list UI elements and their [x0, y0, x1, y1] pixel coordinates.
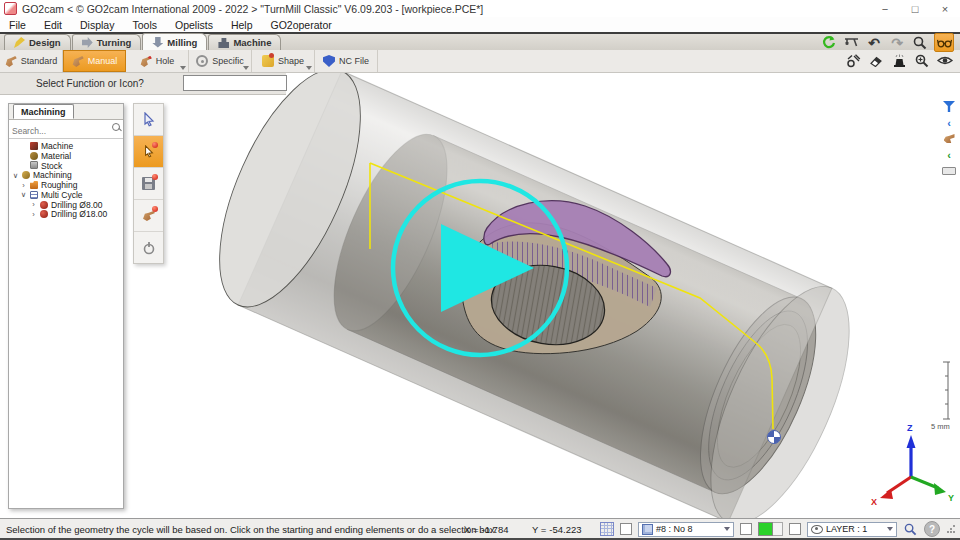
menu-go2operator[interactable]: GO2operator: [262, 19, 341, 31]
color-picker[interactable]: [758, 522, 783, 536]
chevron-down-icon[interactable]: [243, 66, 249, 70]
specific-icon: [196, 55, 208, 67]
multi-cycle-node-icon: [30, 191, 38, 199]
chevron-down-icon[interactable]: [180, 66, 186, 70]
zoom-plus-icon[interactable]: [913, 52, 931, 69]
visibility-eye-icon[interactable]: [936, 52, 954, 69]
layer-checkbox[interactable]: [789, 523, 801, 535]
chevron-down-icon: [724, 527, 730, 531]
turning-icon: [82, 37, 93, 48]
recall-selection-button[interactable]: [134, 200, 163, 232]
expander[interactable]: ›: [30, 210, 37, 219]
material-node-icon: [30, 152, 38, 160]
layer-select[interactable]: LAYER : 1: [807, 522, 897, 537]
menu-tools[interactable]: Tools: [123, 19, 166, 31]
specific-button[interactable]: Specific: [189, 50, 252, 72]
standard-button[interactable]: Standard: [0, 50, 63, 72]
tree-item-drilling-18[interactable]: › Drilling Ø18.00: [9, 210, 123, 220]
tab-machine[interactable]: Machine: [208, 34, 281, 50]
zoom-layer-button[interactable]: [903, 521, 918, 538]
axis-z-label: Z: [907, 423, 913, 433]
grid-checkbox[interactable]: [620, 523, 632, 535]
expander[interactable]: ∨: [12, 171, 19, 180]
caliper-icon[interactable]: [842, 34, 860, 51]
function-input[interactable]: [183, 75, 287, 91]
expander[interactable]: ›: [30, 200, 37, 209]
redo-icon[interactable]: ↷: [888, 34, 906, 51]
tree-item-machine[interactable]: Machine: [9, 141, 123, 151]
app-logo-icon: [4, 2, 17, 15]
color-dropdown[interactable]: [773, 522, 783, 536]
hole-button[interactable]: Hole: [126, 50, 189, 72]
shape-button[interactable]: Shape: [252, 50, 315, 72]
status-bar: Selection of the geometry the cycle will…: [0, 518, 960, 540]
tab-machining-panel[interactable]: Machining: [13, 104, 74, 119]
tree-label: Multi Cycle: [41, 190, 83, 200]
menu-opelists[interactable]: Opelists: [166, 19, 222, 31]
tab-label: Milling: [167, 37, 197, 48]
maximize-button[interactable]: □: [900, 0, 930, 17]
pick-hand-button[interactable]: [941, 132, 957, 145]
origin-point-marker[interactable]: [768, 431, 781, 444]
power-icon: [142, 241, 156, 255]
hand-icon: [142, 210, 155, 221]
expander[interactable]: ›: [20, 181, 27, 190]
flat-view-button[interactable]: [941, 164, 957, 177]
machining-tools-icon[interactable]: [844, 52, 862, 69]
tree-label: Drilling Ø8.00: [51, 200, 103, 210]
tab-turning[interactable]: Turning: [72, 34, 142, 50]
tab-design[interactable]: Design: [4, 34, 71, 50]
eraser-icon[interactable]: [867, 52, 885, 69]
simulation-magic-icon[interactable]: [890, 52, 908, 69]
tree-item-roughing[interactable]: › Roughing: [9, 180, 123, 190]
ribbon-toolbar: Standard Manual Hole Specific Shape NC F…: [0, 50, 960, 73]
x-label: X =: [464, 524, 479, 535]
prompt-bar: Select Function or Icon?: [0, 72, 286, 95]
quick-toolbar-row1: ↶ ↷: [819, 33, 954, 52]
tree-item-material[interactable]: Material: [9, 151, 123, 161]
zoom-icon[interactable]: [911, 34, 929, 51]
pick-element-button[interactable]: [134, 136, 163, 168]
menu-help[interactable]: Help: [222, 19, 262, 31]
tree-item-drilling-8[interactable]: › Drilling Ø8.00: [9, 200, 123, 210]
chevron-down-icon[interactable]: [306, 66, 312, 70]
tree-item-stock[interactable]: Stock: [9, 161, 123, 171]
workplane-cube-icon: [642, 524, 653, 535]
grid-toggle-icon[interactable]: [600, 522, 614, 536]
menu-display[interactable]: Display: [71, 19, 123, 31]
tree-item-machining[interactable]: ∨ Machining: [9, 170, 123, 180]
expander[interactable]: ∨: [20, 190, 27, 199]
tree-label: Stock: [41, 161, 62, 171]
exit-function-button[interactable]: [134, 232, 163, 263]
machining-node-icon: [22, 171, 30, 179]
close-button[interactable]: ×: [930, 0, 960, 17]
collapse-green-button[interactable]: ‹: [941, 148, 957, 161]
menu-edit[interactable]: Edit: [35, 19, 71, 31]
ribbon-label: Specific: [212, 56, 244, 66]
filter-button[interactable]: [941, 100, 957, 113]
undo-icon[interactable]: ↶: [865, 34, 883, 51]
layer-eye-icon: [811, 525, 823, 534]
reading-glasses-icon[interactable]: [934, 33, 954, 52]
workplane-checkbox[interactable]: [740, 523, 752, 535]
nc-file-button[interactable]: NC File: [315, 50, 378, 72]
machining-tree: Machine Material Stock ∨ Machining › Rou…: [9, 139, 123, 219]
select-cursor-button[interactable]: [134, 104, 163, 136]
right-rail: ‹ ‹: [940, 100, 958, 177]
tree-item-multi-cycle[interactable]: ∨ Multi Cycle: [9, 190, 123, 200]
search-icon[interactable]: [112, 123, 120, 131]
menu-file[interactable]: File: [0, 19, 35, 31]
refresh-icon[interactable]: [819, 34, 837, 51]
tree-label: Drilling Ø18.00: [51, 209, 107, 219]
resize-grip[interactable]: [946, 524, 956, 534]
collapse-blue-button[interactable]: ‹: [941, 116, 957, 129]
tab-milling[interactable]: Milling: [142, 33, 207, 50]
window-title: GO2cam < © GO2cam International 2009 - 2…: [22, 3, 483, 15]
manual-button[interactable]: Manual: [63, 50, 126, 72]
help-button[interactable]: ?: [924, 521, 940, 537]
filter-icon: [943, 101, 955, 112]
save-selection-button[interactable]: [134, 168, 163, 200]
minimize-button[interactable]: −: [870, 0, 900, 17]
workplane-select[interactable]: #8 : No 8: [638, 522, 734, 537]
search-input[interactable]: [9, 124, 123, 138]
